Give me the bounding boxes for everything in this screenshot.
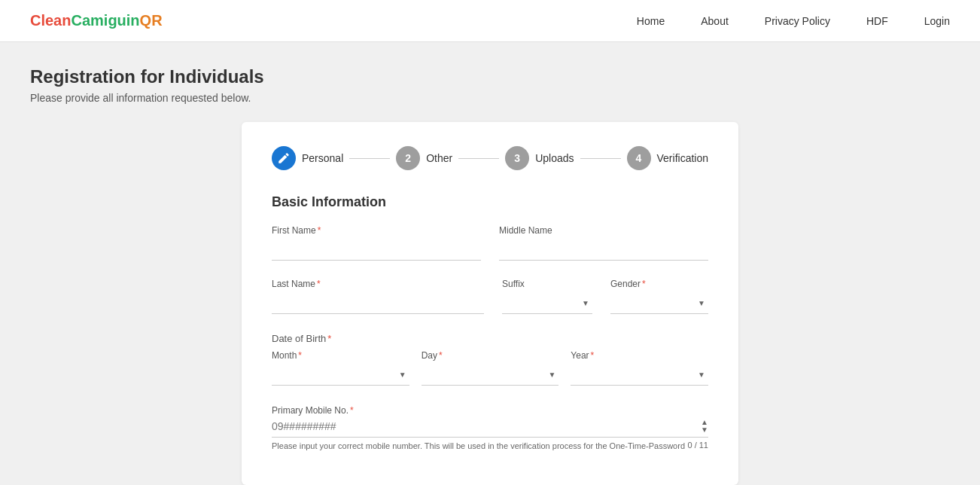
year-select-wrapper: 2024202320222021202020192018201720162015… xyxy=(571,364,708,386)
gender-select-wrapper: Male Female ▼ xyxy=(610,292,708,314)
spin-down-icon[interactable]: ▼ xyxy=(701,426,708,434)
suffix-select[interactable]: Jr. Sr. II III xyxy=(502,292,592,313)
navbar: CleanCamiguinQR Home About Privacy Polic… xyxy=(0,0,980,42)
step-2-label: Other xyxy=(426,152,452,164)
stepper: Personal 2 Other 3 Uploads 4 Verificatio… xyxy=(272,146,708,170)
mobile-footer: Please input your correct mobile number.… xyxy=(272,438,708,452)
mobile-group: Primary Mobile No.* ▲ ▼ Please input you… xyxy=(272,404,708,452)
month-group: Month* JanuaryFebruaryMarch AprilMayJune… xyxy=(272,350,409,386)
step-connector-1 xyxy=(349,158,390,159)
dob-row: Month* JanuaryFebruaryMarch AprilMayJune… xyxy=(272,350,708,386)
logo-camiguin: Camiguin xyxy=(71,12,139,29)
nav-login[interactable]: Login xyxy=(924,15,950,27)
suffix-select-wrapper: Jr. Sr. II III ▼ xyxy=(502,292,592,314)
month-select-wrapper: JanuaryFebruaryMarch AprilMayJune JulyAu… xyxy=(272,364,409,386)
name-row: First Name* Middle Name xyxy=(272,225,708,261)
year-select[interactable]: 2024202320222021202020192018201720162015… xyxy=(571,364,708,385)
step-connector-3 xyxy=(580,158,621,159)
day-label: Day* xyxy=(422,350,559,361)
month-select[interactable]: JanuaryFebruaryMarch AprilMayJune JulyAu… xyxy=(272,364,409,385)
dob-label-row: Date of Birth* xyxy=(272,332,708,344)
step-1-label: Personal xyxy=(302,152,343,164)
year-group: Year* 2024202320222021202020192018201720… xyxy=(571,350,708,386)
step-3-circle: 3 xyxy=(505,146,529,170)
last-name-group: Last Name* xyxy=(272,279,484,314)
mobile-hint: Please input your correct mobile number.… xyxy=(272,441,685,452)
middle-name-label: Middle Name xyxy=(499,225,708,236)
dob-label: Date of Birth* xyxy=(272,333,331,344)
basic-info-title: Basic Information xyxy=(272,194,708,210)
mobile-input-wrapper: ▲ ▼ xyxy=(272,416,708,438)
step-personal: Personal xyxy=(272,146,343,170)
mobile-counter: 0 / 11 xyxy=(687,438,708,450)
suffix-group: Suffix Jr. Sr. II III ▼ xyxy=(502,279,592,314)
mobile-spinner[interactable]: ▲ ▼ xyxy=(701,419,708,434)
day-group: Day* for(let i=1;i<=31;i++) document.wri… xyxy=(422,350,559,386)
step-other: 2 Other xyxy=(396,146,452,170)
step-4-label: Verification xyxy=(657,152,708,164)
mobile-input[interactable] xyxy=(272,416,701,437)
page-subtitle: Please provide all information requested… xyxy=(30,92,950,104)
last-name-input[interactable] xyxy=(272,292,484,314)
step-3-label: Uploads xyxy=(535,152,574,164)
month-label: Month* xyxy=(272,350,409,361)
mobile-label: Primary Mobile No.* xyxy=(272,405,354,416)
middle-name-input[interactable] xyxy=(499,239,708,261)
step-1-circle xyxy=(272,146,296,170)
day-select-wrapper: for(let i=1;i<=31;i++) document.write('<… xyxy=(422,364,559,386)
gender-label: Gender* xyxy=(610,279,708,289)
last-suffix-gender-row: Last Name* Suffix Jr. Sr. II III ▼ xyxy=(272,279,708,314)
logo-clean: Clean xyxy=(30,12,71,29)
page-title: Registration for Individuals xyxy=(30,66,950,87)
site-logo: CleanCamiguinQR xyxy=(30,12,163,29)
middle-name-group: Middle Name xyxy=(499,225,708,261)
nav-about[interactable]: About xyxy=(701,15,729,27)
suffix-label: Suffix xyxy=(502,279,592,289)
step-verification: 4 Verification xyxy=(627,146,708,170)
logo-qr: QR xyxy=(140,12,163,29)
page-container: Registration for Individuals Please prov… xyxy=(0,42,980,485)
year-label: Year* xyxy=(571,350,708,361)
nav-privacy[interactable]: Privacy Policy xyxy=(765,15,830,27)
nav-links: Home About Privacy Policy HDF Login xyxy=(637,15,950,27)
first-name-label: First Name* xyxy=(272,225,481,236)
nav-hdf[interactable]: HDF xyxy=(866,15,888,27)
step-uploads: 3 Uploads xyxy=(505,146,574,170)
last-name-label: Last Name* xyxy=(272,279,484,289)
day-select[interactable]: for(let i=1;i<=31;i++) document.write('<… xyxy=(422,364,559,385)
registration-card: Personal 2 Other 3 Uploads 4 Verificatio… xyxy=(242,122,738,485)
step-2-circle: 2 xyxy=(396,146,420,170)
nav-home[interactable]: Home xyxy=(637,15,665,27)
gender-group: Gender* Male Female ▼ xyxy=(610,279,708,314)
step-connector-2 xyxy=(458,158,499,159)
gender-select[interactable]: Male Female xyxy=(610,292,708,313)
first-name-input[interactable] xyxy=(272,239,481,261)
step-4-circle: 4 xyxy=(627,146,651,170)
first-name-group: First Name* xyxy=(272,225,481,261)
